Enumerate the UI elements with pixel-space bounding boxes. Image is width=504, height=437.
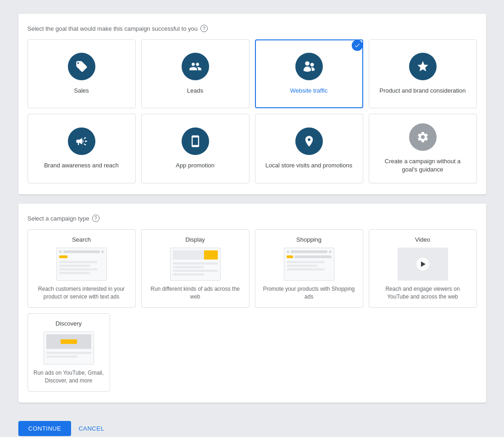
display-type-image xyxy=(170,248,221,281)
display-type-desc: Run different kinds of ads across the we… xyxy=(147,285,244,301)
cursor-icon xyxy=(303,60,316,73)
sales-icon-circle xyxy=(68,53,95,80)
cancel-button[interactable]: CANCEL xyxy=(78,425,104,432)
gear-icon xyxy=(416,131,429,144)
location-icon xyxy=(303,135,316,148)
campaign-type-card: Select a campaign type ? Search xyxy=(18,204,486,402)
sparkle-icon xyxy=(416,60,429,73)
type-card-discovery[interactable]: Discovery Run ads on YouTube, Gmail, Dis… xyxy=(28,313,110,392)
continue-button[interactable]: CONTINUE xyxy=(18,421,72,436)
search-type-image xyxy=(56,248,107,281)
local-store-icon-circle xyxy=(295,127,323,155)
goal-section-label: Select the goal that would make this cam… xyxy=(28,25,477,32)
display-ad-illustration xyxy=(170,248,221,281)
type-card-search[interactable]: Search Reach cus xyxy=(28,229,136,308)
leads-icon-circle xyxy=(182,53,209,80)
megaphone-icon xyxy=(75,135,88,148)
type-grid: Search Reach cus xyxy=(28,229,477,308)
check-icon xyxy=(354,42,360,49)
goal-help-icon[interactable]: ? xyxy=(200,25,208,32)
brand-awareness-label: Brand awareness and reach xyxy=(44,161,119,170)
type-section-label: Select a campaign type ? xyxy=(28,215,477,222)
video-type-image xyxy=(398,248,448,281)
display-type-title: Display xyxy=(147,236,244,243)
goal-grid: Sales Leads Website traffic xyxy=(28,39,477,183)
discovery-type-desc: Run ads on YouTube, Gmail, Discover, and… xyxy=(33,369,104,385)
discovery-row: Discovery Run ads on YouTube, Gmail, Dis… xyxy=(28,313,477,392)
search-type-desc: Reach customers interested in your produ… xyxy=(33,285,130,301)
app-promotion-icon-circle xyxy=(182,127,209,155)
type-card-display[interactable]: Display Run different kinds of ads acros… xyxy=(141,229,249,308)
play-button-icon xyxy=(416,258,429,271)
discovery-ad-illustration xyxy=(44,332,94,365)
phone-icon xyxy=(189,135,202,148)
page-wrapper: Select the goal that would make this cam… xyxy=(18,14,486,437)
brand-awareness-icon-circle xyxy=(68,127,95,155)
type-card-shopping[interactable]: Shopping xyxy=(255,229,363,308)
sales-label: Sales xyxy=(74,87,89,95)
video-ad-illustration xyxy=(398,248,448,281)
shopping-type-image xyxy=(284,248,334,281)
tag-icon xyxy=(75,60,88,73)
goal-card-local-store[interactable]: Local store visits and promotions xyxy=(255,114,363,183)
product-brand-label: Product and brand consideration xyxy=(380,87,466,95)
video-type-title: Video xyxy=(375,236,471,243)
people-icon xyxy=(189,60,202,73)
search-ad-illustration xyxy=(56,248,107,281)
type-card-video[interactable]: Video Reach and engage viewers on YouTub… xyxy=(369,229,477,308)
local-store-label: Local store visits and promotions xyxy=(266,161,352,170)
goal-card-website-traffic[interactable]: Website traffic xyxy=(255,39,363,108)
shopping-type-title: Shopping xyxy=(261,236,357,243)
website-traffic-label: Website traffic xyxy=(290,87,328,95)
leads-label: Leads xyxy=(187,87,203,95)
app-promotion-label: App promotion xyxy=(176,161,215,170)
bottom-actions: CONTINUE CANCEL xyxy=(18,412,486,437)
video-type-desc: Reach and engage viewers on YouTube and … xyxy=(375,285,471,301)
goal-card-sales[interactable]: Sales xyxy=(28,39,136,108)
goal-card-app-promotion[interactable]: App promotion xyxy=(141,114,249,183)
goal-label-text: Select the goal that would make this cam… xyxy=(28,25,198,32)
discovery-type-image xyxy=(44,332,94,365)
goal-card-brand-awareness[interactable]: Brand awareness and reach xyxy=(28,114,136,183)
no-goal-icon-circle xyxy=(409,123,437,151)
goal-card-no-goal[interactable]: Create a campaign without a goal's guida… xyxy=(369,114,477,183)
search-type-title: Search xyxy=(33,236,130,243)
type-help-icon[interactable]: ? xyxy=(92,215,100,222)
no-goal-label: Create a campaign without a goal's guida… xyxy=(377,157,469,174)
product-brand-icon-circle xyxy=(409,53,437,80)
goal-selection-card: Select the goal that would make this cam… xyxy=(18,14,486,194)
type-label-text: Select a campaign type xyxy=(28,215,89,222)
shopping-ad-illustration xyxy=(284,248,334,281)
discovery-type-title: Discovery xyxy=(33,320,104,327)
selected-check-badge xyxy=(352,40,363,51)
shopping-type-desc: Promote your products with Shopping ads xyxy=(261,285,357,301)
website-traffic-icon-circle xyxy=(295,53,323,80)
goal-card-leads[interactable]: Leads xyxy=(141,39,249,108)
goal-card-product-brand[interactable]: Product and brand consideration xyxy=(369,39,477,108)
